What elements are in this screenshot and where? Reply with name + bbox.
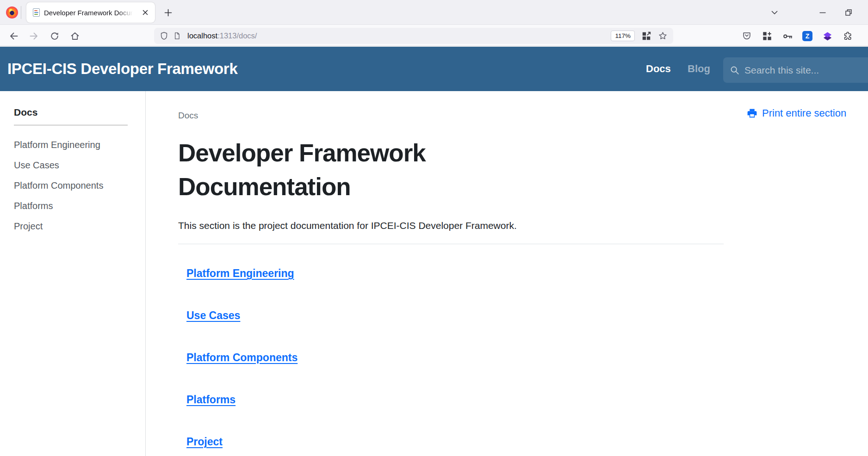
tab-bar: Developer Framework Docume: [0, 0, 868, 25]
section-link-use-cases[interactable]: Use Cases: [186, 309, 240, 321]
page-favicon-icon: [33, 8, 40, 17]
tracking-shield-icon[interactable]: [160, 31, 168, 40]
z-extension-icon[interactable]: Z: [802, 31, 812, 41]
sidebar-item: Use Cases: [14, 160, 128, 171]
sidebar-item: Platforms: [14, 200, 128, 211]
site-search-box[interactable]: [723, 57, 868, 83]
nav-item-blog[interactable]: Blog: [688, 47, 710, 91]
home-button[interactable]: [68, 29, 82, 43]
section-link-project[interactable]: Project: [186, 436, 223, 448]
section-item: Platform Engineering: [186, 267, 724, 280]
url-bar[interactable]: localhost:1313/docs/ 117%: [154, 28, 673, 44]
sidebar-rule: [14, 125, 128, 125]
section-item: Project: [186, 435, 724, 448]
sidebar-item-platform-components[interactable]: Platform Components: [14, 180, 103, 191]
browser-window: Developer Framework Docume: [0, 0, 868, 456]
navigation-toolbar: localhost:1313/docs/ 117% Z: [0, 25, 868, 46]
search-icon: [730, 65, 740, 75]
container-grid-icon[interactable]: [641, 31, 651, 41]
sidebar-item: Platform Engineering: [14, 139, 128, 150]
tab-close-icon[interactable]: [140, 7, 150, 18]
url-host: localhost: [187, 31, 217, 40]
site-brand[interactable]: IPCEI-CIS Developer Framework: [7, 47, 237, 91]
web-page: IPCEI-CIS Developer Framework Docs Blog …: [0, 47, 868, 456]
nav-item-docs[interactable]: Docs: [646, 47, 671, 91]
print-section-link[interactable]: Print entire section: [746, 107, 846, 119]
url-text[interactable]: localhost:1313/docs/: [187, 31, 257, 40]
window-restore-button[interactable]: [841, 5, 856, 20]
extensions-puzzle-icon[interactable]: [842, 31, 853, 42]
sidebar-item-project[interactable]: Project: [14, 221, 43, 232]
sidebar-nav: Platform Engineering Use Cases Platform …: [14, 139, 128, 232]
tab-separator: [21, 6, 21, 19]
url-path: :1313/docs/: [217, 31, 257, 40]
shortcuts-grid-plus-icon[interactable]: [762, 31, 773, 42]
pocket-icon[interactable]: [741, 31, 752, 42]
section-item: Platforms: [186, 393, 724, 406]
reload-button[interactable]: [48, 29, 62, 43]
section-link-platform-components[interactable]: Platform Components: [186, 351, 298, 364]
site-search-input[interactable]: [744, 65, 856, 76]
sidebar-divider: [145, 91, 146, 456]
section-item: Platform Components: [186, 351, 724, 364]
browser-tab[interactable]: Developer Framework Docume: [26, 2, 155, 23]
back-button[interactable]: [7, 29, 21, 43]
sidebar-item-use-cases[interactable]: Use Cases: [14, 160, 59, 171]
section-index: Platform Engineering Use Cases Platform …: [186, 267, 724, 448]
docs-sidebar: Docs Platform Engineering Use Cases Plat…: [0, 91, 145, 456]
new-tab-button[interactable]: [161, 6, 174, 19]
gem-extension-icon[interactable]: [822, 31, 833, 42]
sidebar-item-platforms[interactable]: Platforms: [14, 200, 53, 211]
section-link-platform-engineering[interactable]: Platform Engineering: [186, 267, 294, 279]
zoom-level-badge[interactable]: 117%: [611, 31, 635, 41]
sidebar-heading[interactable]: Docs: [14, 107, 128, 118]
sidebar-item: Platform Components: [14, 180, 128, 191]
window-minimize-button[interactable]: [815, 5, 830, 20]
firefox-logo-icon[interactable]: [6, 6, 18, 18]
breadcrumb: Docs: [178, 111, 724, 121]
main-content: Docs Developer Framework Documentation T…: [178, 91, 724, 456]
list-all-tabs-chevron-icon[interactable]: [767, 5, 782, 20]
forward-button[interactable]: [27, 29, 41, 43]
bookmark-star-icon[interactable]: [658, 31, 668, 41]
sidebar-item: Project: [14, 221, 128, 232]
password-key-icon[interactable]: [782, 31, 793, 42]
page-title: Developer Framework Documentation: [178, 136, 502, 203]
toolbar-extensions-area: Z: [741, 29, 853, 43]
print-section-label: Print entire section: [762, 107, 846, 119]
section-link-platforms[interactable]: Platforms: [186, 394, 236, 406]
sidebar-item-platform-engineering[interactable]: Platform Engineering: [14, 139, 100, 150]
section-item: Use Cases: [186, 309, 724, 322]
site-header: IPCEI-CIS Developer Framework Docs Blog: [0, 47, 868, 91]
content-rule: [178, 244, 724, 244]
tab-title: Developer Framework Docume: [44, 9, 135, 17]
right-panel: Print entire section: [746, 107, 846, 119]
intro-paragraph: This section is the project documentatio…: [178, 220, 724, 231]
printer-icon: [746, 108, 758, 119]
page-info-icon[interactable]: [173, 32, 181, 40]
